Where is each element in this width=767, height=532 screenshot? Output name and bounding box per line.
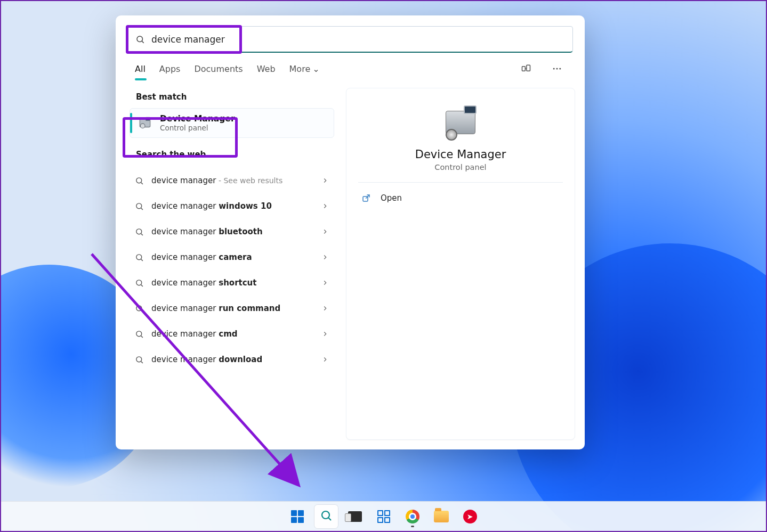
taskbar-search-button[interactable] [314, 505, 338, 528]
widgets-button[interactable] [372, 505, 395, 528]
search-icon [135, 253, 144, 262]
more-options-icon[interactable] [548, 60, 566, 77]
best-match-subtitle: Control panel [160, 124, 235, 132]
svg-line-17 [141, 259, 143, 260]
web-result-text: device manager windows 10 [151, 201, 314, 211]
task-view-icon [348, 511, 362, 522]
task-view-button[interactable] [343, 505, 367, 528]
svg-point-12 [136, 203, 142, 208]
web-result-text: device manager bluetooth [151, 227, 314, 236]
search-icon [135, 202, 144, 211]
svg-line-29 [328, 518, 331, 520]
svg-point-14 [136, 228, 142, 234]
detail-subtitle: Control panel [434, 163, 486, 171]
chrome-app[interactable] [401, 505, 424, 528]
web-result-text: device manager download [151, 355, 314, 364]
chevron-right-icon [321, 228, 329, 235]
web-results-list: device manager - See web resultsdevice m… [125, 166, 338, 374]
device-manager-large-icon [442, 108, 479, 138]
search-icon [135, 35, 145, 44]
search-icon [135, 304, 144, 313]
svg-point-22 [136, 331, 142, 336]
filter-tabs: All Apps Documents Web More⌄ [116, 53, 585, 77]
app-icon: ➤ [463, 510, 477, 523]
svg-point-16 [136, 254, 142, 259]
chevron-right-icon [321, 202, 329, 210]
taskbar: ➤ [1, 501, 766, 531]
detail-pane: Device Manager Control panel Open [346, 88, 575, 440]
svg-point-6 [559, 68, 561, 70]
search-input[interactable] [151, 34, 565, 45]
web-result[interactable]: device manager download [130, 347, 334, 372]
svg-rect-8 [146, 117, 150, 121]
search-bar[interactable] [127, 26, 573, 53]
detail-title: Device Manager [415, 148, 506, 161]
web-result[interactable]: device manager bluetooth [130, 219, 334, 244]
svg-point-4 [553, 68, 555, 70]
chevron-right-icon [321, 279, 329, 287]
svg-line-21 [141, 310, 143, 312]
chevron-right-icon [321, 177, 329, 184]
search-icon [135, 355, 144, 364]
chrome-icon [406, 510, 419, 523]
svg-line-23 [141, 335, 143, 337]
svg-line-1 [142, 41, 143, 43]
search-across-devices-icon[interactable] [518, 60, 535, 77]
web-result-text: device manager cmd [151, 329, 314, 339]
search-icon [135, 279, 144, 288]
running-indicator [411, 526, 414, 527]
chevron-right-icon [321, 330, 329, 338]
widgets-icon [377, 510, 390, 523]
search-icon [135, 176, 144, 185]
svg-point-20 [136, 305, 142, 310]
web-result[interactable]: device manager cmd [130, 321, 334, 347]
svg-rect-2 [522, 67, 526, 71]
folder-icon [434, 511, 449, 522]
web-result[interactable]: device manager windows 10 [130, 193, 334, 219]
start-search-window: All Apps Documents Web More⌄ Best match … [116, 15, 585, 449]
file-explorer-app[interactable] [430, 505, 453, 528]
search-icon [135, 227, 144, 236]
web-result[interactable]: device manager run command [130, 296, 334, 321]
tab-web[interactable]: Web [257, 61, 276, 77]
section-search-web: Search the web [125, 145, 338, 166]
search-icon [135, 330, 144, 339]
web-result[interactable]: device manager shortcut [130, 270, 334, 296]
svg-point-0 [137, 36, 143, 42]
svg-line-11 [141, 182, 143, 184]
best-match-result[interactable]: Device Manager Control panel [130, 108, 334, 138]
tab-more[interactable]: More⌄ [289, 61, 320, 77]
chevron-down-icon: ⌄ [312, 64, 319, 74]
web-result[interactable]: device manager - See web results [130, 168, 334, 193]
svg-point-9 [140, 124, 145, 128]
svg-line-25 [141, 361, 143, 363]
svg-point-10 [136, 177, 142, 183]
pinned-app[interactable]: ➤ [458, 505, 482, 528]
section-best-match: Best match [125, 88, 338, 108]
svg-line-15 [141, 233, 143, 235]
search-icon [320, 509, 333, 524]
tab-all[interactable]: All [135, 61, 146, 77]
svg-rect-3 [527, 65, 530, 71]
svg-point-28 [322, 511, 329, 519]
svg-point-5 [556, 68, 558, 70]
web-result-text: device manager camera [151, 252, 314, 262]
windows-icon [291, 510, 304, 523]
start-button[interactable] [286, 505, 309, 528]
svg-line-19 [141, 284, 143, 286]
chevron-right-icon [321, 356, 329, 363]
web-result-text: device manager shortcut [151, 278, 314, 288]
best-match-title: Device Manager [160, 114, 235, 124]
svg-point-24 [136, 356, 142, 362]
chevron-right-icon [321, 305, 329, 312]
tab-apps[interactable]: Apps [159, 61, 181, 77]
svg-point-18 [136, 280, 142, 285]
web-result-text: device manager run command [151, 304, 314, 313]
web-result[interactable]: device manager camera [130, 244, 334, 270]
tab-documents[interactable]: Documents [194, 61, 243, 77]
device-manager-icon [138, 116, 152, 130]
web-result-text: device manager - See web results [151, 176, 314, 185]
open-external-icon [361, 193, 371, 203]
open-action[interactable]: Open [358, 183, 563, 214]
svg-line-13 [141, 208, 143, 209]
